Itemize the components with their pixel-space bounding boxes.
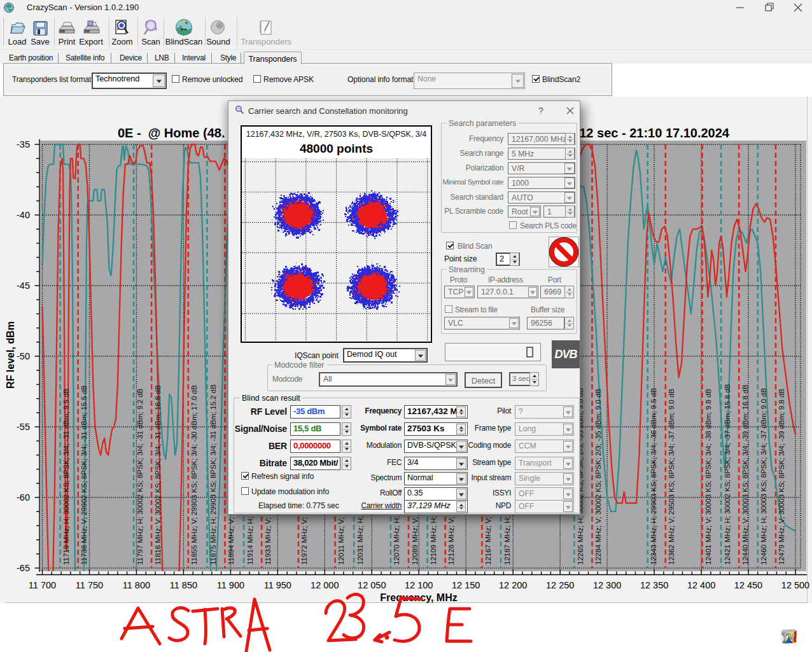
svg-text:TV: TV <box>782 632 795 643</box>
